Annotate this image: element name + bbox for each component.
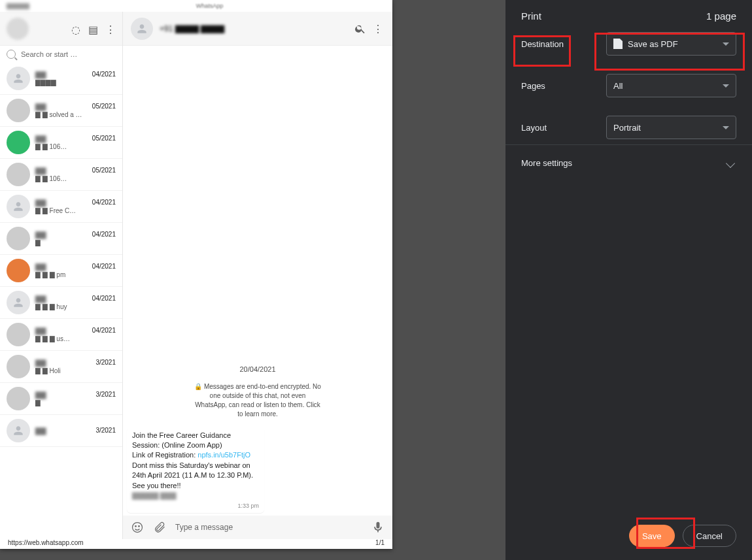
page-topbar: ▇▇▇▇▇ WhatsApp — [0, 0, 392, 12]
emoji-icon[interactable] — [131, 521, 144, 534]
chat-preview: ▇ — [35, 399, 116, 406]
destination-value: Save as PDF — [628, 39, 678, 49]
self-avatar — [7, 18, 29, 40]
chat-list-item[interactable]: ▇▇05/2021▇ ▇ 106… — [0, 127, 122, 159]
chat-preview: ▇ ▇ ▇ huy — [35, 303, 116, 310]
layout-select[interactable]: Portrait — [606, 116, 736, 139]
app-root: ▇▇▇▇▇ WhatsApp ◌ ▤ ⋮ — [0, 0, 752, 560]
mic-icon[interactable] — [371, 521, 385, 534]
chat-avatar — [7, 67, 30, 90]
message-area: 20/04/2021 🔒 Messages are end-to-end enc… — [123, 46, 392, 516]
chevron-down-icon — [723, 126, 729, 129]
chat-list-item[interactable]: ▇▇04/2021▇ — [0, 223, 122, 255]
svg-point-0 — [133, 523, 143, 533]
search-icon — [7, 50, 16, 59]
chat-name: ▇▇ — [35, 359, 46, 367]
chat-list-item[interactable]: ▇▇04/2021▇ ▇ ▇ huy — [0, 287, 122, 319]
file-icon — [613, 39, 623, 49]
incoming-message: Join the Free Career Guidance Session: (… — [127, 427, 264, 513]
chat-list-item[interactable]: ▇▇3/2021▇ ▇ Holi — [0, 351, 122, 383]
chat-meta: ▇▇3/2021▇ — [35, 391, 116, 406]
chat-list-item[interactable]: ▇▇04/2021▇ ▇ ▇ us… — [0, 319, 122, 351]
chat-name: ▇▇ — [35, 167, 46, 175]
date-separator: 20/04/2021 — [234, 364, 281, 374]
status-icon[interactable]: ◌ — [71, 24, 82, 34]
chat-date: 04/2021 — [92, 295, 116, 303]
chat-list-item[interactable]: ▇▇04/2021▇ ▇ ▇ pm — [0, 255, 122, 287]
composer-placeholder[interactable]: Type a message — [175, 523, 362, 532]
chat-meta: ▇▇04/2021▇ ▇ ▇ huy — [35, 295, 116, 310]
chat-name: ▇▇ — [35, 71, 46, 79]
chat-list-item[interactable]: ▇▇3/2021 — [0, 415, 122, 447]
chat-avatar — [7, 259, 30, 282]
conv-menu-icon[interactable]: ⋮ — [373, 23, 385, 35]
msg-line4: ▇▇▇▇▇ ▇▇▇ — [132, 491, 176, 499]
chat-date: 3/2021 — [95, 359, 116, 367]
chevron-down-icon — [723, 42, 729, 46]
pages-row: Pages All — [521, 74, 736, 97]
sidebar-header: ◌ ▤ ⋮ — [0, 12, 122, 46]
new-chat-icon[interactable]: ▤ — [88, 24, 99, 34]
chat-avatar — [7, 195, 30, 218]
chat-name: ▇▇ — [35, 103, 46, 111]
chat-date: 3/2021 — [95, 391, 116, 399]
svg-point-1 — [135, 526, 137, 527]
chat-avatar — [7, 227, 30, 250]
chat-meta: ▇▇04/2021▇ — [35, 231, 116, 246]
pages-value: All — [613, 81, 623, 91]
chat-preview: ▇ ▇ 106… — [35, 143, 116, 150]
encryption-banner[interactable]: 🔒 Messages are end-to-end encrypted. No … — [189, 380, 326, 421]
chat-preview: ▇▇▇▇ — [35, 79, 116, 86]
layout-row: Layout Portrait — [521, 116, 736, 139]
chat-date: 04/2021 — [92, 231, 116, 239]
chat-name: ▇▇ — [35, 135, 46, 143]
chat-list-item[interactable]: ▇▇05/2021▇ ▇ 106… — [0, 159, 122, 191]
chat-meta: ▇▇3/2021 — [35, 427, 116, 435]
chat-preview: ▇ ▇ Free C… — [35, 207, 116, 214]
chat-list-item[interactable]: ▇▇3/2021▇ — [0, 383, 122, 415]
chat-name: ▇▇ — [35, 231, 46, 239]
layout-value: Portrait — [613, 123, 641, 133]
cancel-button[interactable]: Cancel — [683, 525, 736, 547]
chat-list-item[interactable]: ▇▇05/2021▇ ▇ solved a … — [0, 95, 122, 127]
chat-list-item[interactable]: ▇▇04/2021▇▇▇▇ — [0, 63, 122, 95]
chat-avatar — [7, 163, 30, 186]
chat-avatar — [7, 387, 30, 410]
chat-name: ▇▇ — [35, 327, 46, 335]
chat-date: 04/2021 — [92, 71, 116, 79]
chevron-down-icon — [726, 158, 735, 167]
msg-line3: Dont miss this Saturday's webinar on 24t… — [132, 461, 253, 489]
kebab-menu-icon[interactable]: ⋮ — [105, 24, 116, 34]
chat-date: 04/2021 — [92, 327, 116, 335]
chat-avatar — [7, 131, 30, 154]
chat-date: 05/2021 — [92, 135, 116, 143]
search-row[interactable]: Search or start … — [0, 46, 122, 63]
whatsapp-screenshot: ◌ ▤ ⋮ Search or start … ▇▇04/2021▇▇▇▇▇▇0… — [0, 12, 392, 539]
layout-label: Layout — [521, 123, 606, 133]
preview-sheet-page-1: ▇▇▇▇▇ WhatsApp ◌ ▤ ⋮ — [0, 0, 392, 549]
chat-preview: ▇ — [35, 239, 116, 246]
attach-icon[interactable] — [153, 521, 166, 534]
msg-link[interactable]: npfs.in/u5b7FtjO — [197, 451, 250, 459]
page-footer: https://web.whatsapp.com 1/1 — [0, 539, 392, 549]
message-composer: Type a message — [123, 516, 392, 539]
chat-sidebar: ◌ ▤ ⋮ Search or start … ▇▇04/2021▇▇▇▇▇▇0… — [0, 12, 123, 539]
msg-link-label: Link of Registration: — [132, 451, 197, 459]
chat-meta: ▇▇04/2021▇ ▇ Free C… — [35, 199, 116, 214]
save-button[interactable]: Save — [629, 525, 675, 547]
msg-line1: Join the Free Career Guidance Session: (… — [132, 431, 231, 449]
destination-select[interactable]: Save as PDF — [606, 32, 736, 56]
destination-row: Destination Save as PDF — [521, 32, 736, 56]
chat-avatar — [7, 323, 30, 346]
more-settings-row[interactable]: More settings — [505, 145, 752, 181]
chat-preview: ▇ ▇ solved a … — [35, 111, 116, 118]
chat-list-item[interactable]: ▇▇04/2021▇ ▇ Free C… — [0, 191, 122, 223]
chat-meta: ▇▇04/2021▇ ▇ ▇ us… — [35, 327, 116, 342]
contact-avatar — [131, 18, 153, 40]
contact-name: +91 ▇▇▇▇ ▇▇▇▇ — [160, 24, 224, 33]
pages-select[interactable]: All — [606, 74, 736, 97]
chat-date: 04/2021 — [92, 199, 116, 207]
print-preview-pane: ▇▇▇▇▇ WhatsApp ◌ ▤ ⋮ — [0, 0, 505, 560]
page-url: https://web.whatsapp.com — [8, 539, 84, 546]
conv-search-icon[interactable] — [354, 23, 366, 35]
